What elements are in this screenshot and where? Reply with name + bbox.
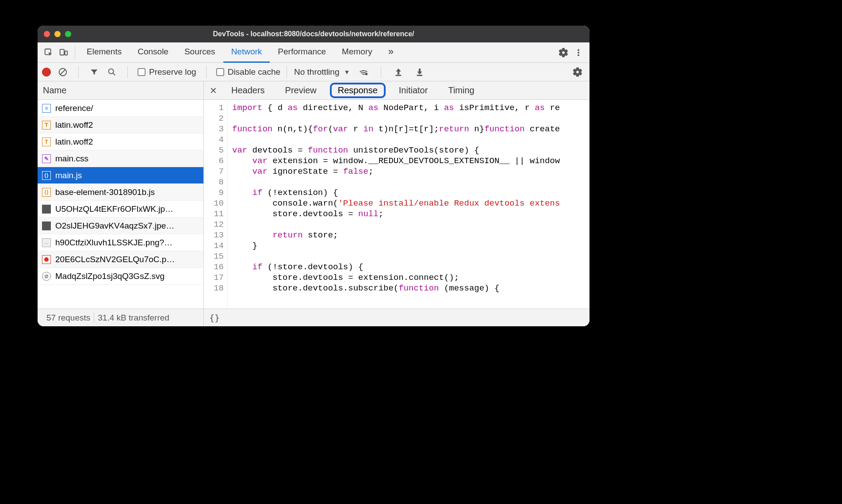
detail-tab-preview[interactable]: Preview [278, 84, 324, 97]
requests-count: 57 requests [43, 313, 94, 323]
throttling-value: No throttling [294, 67, 339, 77]
img-icon [42, 221, 51, 230]
doc-icon: ≡ [42, 104, 51, 113]
js-icon: ⟨⟩ [42, 188, 51, 197]
disable-cache-checkbox[interactable]: Disable cache [216, 67, 280, 77]
svg-rect-2 [65, 51, 68, 55]
request-name: MadqZslZpo1sj3qQ3GsZ.svg [55, 271, 165, 281]
requests-list: ≡reference/Tlatin.woff2Tlatin.woff2✎main… [38, 100, 203, 309]
request-row[interactable]: ✎main.css [38, 150, 203, 167]
svg-rect-12 [417, 75, 422, 76]
traffic-lights [44, 31, 71, 37]
kebab-menu-icon[interactable] [571, 45, 586, 60]
red-icon [42, 255, 51, 264]
svg-point-10 [365, 73, 368, 75]
js-icon: ⟨⟩ [42, 171, 51, 180]
svg-point-4 [578, 52, 579, 53]
filter-icon[interactable] [88, 65, 100, 80]
request-name: U5OHzQL4tEKFr6OFlxWK.jp… [55, 204, 173, 214]
detail-tabs: HeadersPreviewResponseInitiatorTiming [224, 83, 482, 98]
svg-line-9 [113, 73, 115, 75]
clear-icon[interactable] [57, 65, 69, 80]
tab-sources[interactable]: Sources [176, 42, 223, 63]
device-toolbar-icon[interactable] [56, 45, 71, 60]
preserve-log-checkbox[interactable]: Preserve log [138, 67, 196, 77]
devtools-window: DevTools - localhost:8080/docs/devtools/… [38, 26, 589, 326]
request-name: h90CtfziXluvh1LSSKJE.png?… [55, 238, 172, 248]
network-status-bar: 57 requests 31.4 kB transferred [38, 309, 203, 326]
titlebar: DevTools - localhost:8080/docs/devtools/… [38, 26, 589, 42]
img-icon [42, 205, 51, 214]
detail-tab-initiator[interactable]: Initiator [392, 84, 435, 97]
request-row[interactable]: 20E6CLcSzNV2GELQu7oC.p… [38, 251, 203, 268]
disable-cache-label: Disable cache [228, 67, 280, 77]
svg-icon: ⊘ [42, 272, 51, 281]
tab-elements[interactable]: Elements [79, 42, 130, 63]
settings-gear-icon[interactable] [556, 45, 571, 60]
tab-memory[interactable]: Memory [334, 42, 380, 63]
search-icon[interactable] [106, 65, 118, 80]
request-name: latin.woff2 [55, 137, 93, 147]
request-row[interactable]: ≡reference/ [38, 100, 203, 117]
more-tabs-button[interactable]: » [380, 42, 402, 63]
request-row[interactable]: …h90CtfziXluvh1LSSKJE.png?… [38, 234, 203, 251]
window-title: DevTools - localhost:8080/docs/devtools/… [38, 30, 589, 38]
main-tabs-bar: ElementsConsoleSourcesNetworkPerformance… [38, 42, 589, 63]
svg-point-8 [109, 69, 114, 73]
request-name: latin.woff2 [55, 120, 93, 130]
divider [127, 66, 128, 78]
request-name: 20E6CLcSzNV2GELQu7oC.p… [55, 255, 175, 264]
line-gutter: 1 2 3 4 5 6 7 8 9 10 11 12 13 14 15 16 1… [204, 100, 228, 309]
request-name: main.js [55, 171, 82, 180]
detail-tab-headers[interactable]: Headers [224, 84, 272, 97]
tab-performance[interactable]: Performance [270, 42, 334, 63]
record-button[interactable] [42, 68, 51, 76]
request-row[interactable]: U5OHzQL4tEKFr6OFlxWK.jp… [38, 201, 203, 218]
preserve-log-label: Preserve log [149, 67, 196, 77]
divider [78, 66, 79, 78]
download-har-icon[interactable] [412, 65, 427, 80]
throttling-dropdown[interactable]: No throttling ▼ [287, 66, 350, 78]
svg-point-3 [578, 49, 579, 50]
minimize-window-button[interactable] [54, 31, 61, 37]
name-column-header[interactable]: Name [38, 81, 203, 100]
inspect-element-icon[interactable] [41, 45, 56, 60]
main-tabs: ElementsConsoleSourcesNetworkPerformance… [79, 42, 380, 63]
request-row[interactable]: Tlatin.woff2 [38, 117, 203, 134]
font-icon: T [42, 121, 51, 130]
transferred-size: 31.4 kB transferred [94, 313, 173, 323]
request-row[interactable]: O2slJEHG9avKV4aqzSx7.jpe… [38, 218, 203, 234]
detail-tab-response[interactable]: Response [330, 83, 386, 98]
checkbox-icon [138, 68, 145, 76]
close-window-button[interactable] [44, 31, 50, 37]
svg-rect-11 [396, 75, 401, 76]
request-name: base-element-3018901b.js [55, 187, 155, 197]
request-row[interactable]: ⟨⟩main.js [38, 167, 203, 184]
zoom-window-button[interactable] [65, 31, 71, 37]
detail-tabs-bar: ✕ HeadersPreviewResponseInitiatorTiming [204, 81, 589, 100]
request-row[interactable]: Tlatin.woff2 [38, 134, 203, 150]
network-settings-gear-icon[interactable] [570, 65, 585, 80]
chevron-down-icon: ▼ [344, 69, 350, 76]
network-toolbar: Preserve log Disable cache No throttling… [38, 63, 589, 81]
detail-tab-timing[interactable]: Timing [441, 84, 481, 97]
request-row[interactable]: ⊘MadqZslZpo1sj3qQ3GsZ.svg [38, 268, 203, 285]
detail-pane: ✕ HeadersPreviewResponseInitiatorTiming … [204, 81, 589, 326]
request-row[interactable]: ⟨⟩base-element-3018901b.js [38, 184, 203, 201]
response-code-area[interactable]: 1 2 3 4 5 6 7 8 9 10 11 12 13 14 15 16 1… [204, 100, 589, 309]
upload-har-icon[interactable] [391, 65, 406, 80]
divider [206, 66, 207, 78]
svg-rect-1 [60, 49, 64, 55]
network-conditions-icon[interactable] [356, 65, 371, 80]
divider [75, 46, 75, 59]
close-detail-icon[interactable]: ✕ [207, 84, 220, 97]
pretty-print-bar: {} [204, 309, 589, 326]
pretty-print-button[interactable]: {} [209, 313, 220, 323]
tab-network[interactable]: Network [223, 42, 270, 63]
checkbox-icon [216, 68, 224, 76]
tab-console[interactable]: Console [130, 42, 176, 63]
font-icon: T [42, 137, 51, 146]
requests-pane: Name ≡reference/Tlatin.woff2Tlatin.woff2… [38, 81, 204, 326]
css-icon: ✎ [42, 154, 51, 163]
request-name: O2slJEHG9avKV4aqzSx7.jpe… [55, 221, 174, 231]
